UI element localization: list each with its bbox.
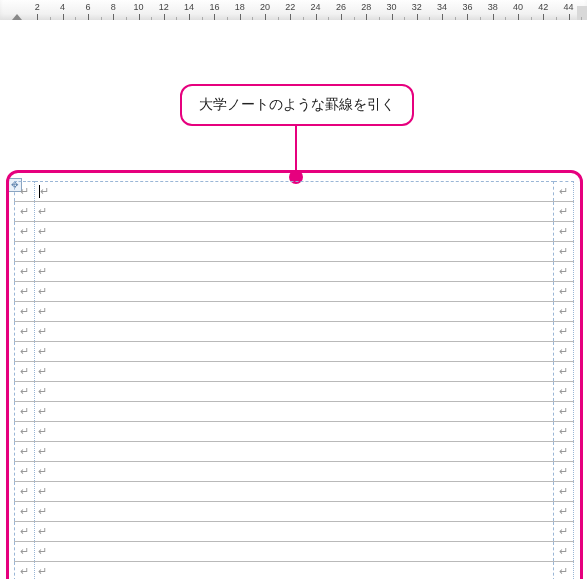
table-row[interactable]: ↵↵↵ xyxy=(15,222,574,242)
content-cell[interactable]: ↵ xyxy=(35,342,554,362)
margin-cell-left[interactable]: ↵ xyxy=(15,382,35,402)
margin-cell-left[interactable]: ↵ xyxy=(15,242,35,262)
ruler-number: 40 xyxy=(513,2,523,12)
table-row[interactable]: ↵↵↵ xyxy=(15,282,574,302)
paragraph-mark-icon: ↵ xyxy=(20,425,29,437)
margin-cell-right[interactable]: ↵ xyxy=(554,322,574,342)
margin-cell-right[interactable]: ↵ xyxy=(554,562,574,580)
table-row[interactable]: ↵↵↵ xyxy=(15,482,574,502)
margin-cell-right[interactable]: ↵ xyxy=(554,502,574,522)
margin-cell-left[interactable]: ↵ xyxy=(15,342,35,362)
paragraph-mark-icon: ↵ xyxy=(38,525,47,537)
margin-cell-right[interactable]: ↵ xyxy=(554,422,574,442)
content-cell[interactable]: ↵ xyxy=(35,222,554,242)
margin-cell-left[interactable]: ↵ xyxy=(15,522,35,542)
margin-cell-left[interactable]: ↵ xyxy=(15,482,35,502)
margin-cell-right[interactable]: ↵ xyxy=(554,242,574,262)
paragraph-mark-icon: ↵ xyxy=(20,445,29,457)
table-row[interactable]: ↵↵↵ xyxy=(15,362,574,382)
horizontal-ruler[interactable]: 2468101214161820222426283032343638404244 xyxy=(0,0,587,21)
content-cell[interactable]: ↵ xyxy=(35,442,554,462)
table-row[interactable]: ↵↵↵ xyxy=(15,382,574,402)
margin-cell-left[interactable]: ↵ xyxy=(15,322,35,342)
margin-cell-right[interactable]: ↵ xyxy=(554,462,574,482)
content-cell[interactable]: ↵ xyxy=(35,542,554,562)
margin-cell-right[interactable]: ↵ xyxy=(554,482,574,502)
paragraph-mark-icon: ↵ xyxy=(20,365,29,377)
margin-cell-right[interactable]: ↵ xyxy=(554,182,574,202)
content-cell[interactable]: ↵ xyxy=(35,282,554,302)
paragraph-mark-icon: ↵ xyxy=(38,385,47,397)
margin-cell-left[interactable]: ↵ xyxy=(15,462,35,482)
paragraph-mark-icon: ↵ xyxy=(38,405,47,417)
table-row[interactable]: ↵↵↵ xyxy=(15,262,574,282)
paragraph-mark-icon: ↵ xyxy=(559,205,568,217)
margin-cell-right[interactable]: ↵ xyxy=(554,382,574,402)
content-cell[interactable]: ↵ xyxy=(35,362,554,382)
table-row[interactable]: ↵↵↵ xyxy=(15,322,574,342)
content-cell[interactable]: ↵ xyxy=(35,182,554,202)
paragraph-mark-icon: ↵ xyxy=(20,485,29,497)
paragraph-mark-icon: ↵ xyxy=(20,205,29,217)
content-cell[interactable]: ↵ xyxy=(35,262,554,282)
paragraph-mark-icon: ↵ xyxy=(20,465,29,477)
table-row[interactable]: ↵↵↵ xyxy=(15,442,574,462)
margin-cell-left[interactable]: ↵ xyxy=(15,542,35,562)
margin-cell-left[interactable]: ↵ xyxy=(15,302,35,322)
paragraph-mark-icon: ↵ xyxy=(20,305,29,317)
margin-cell-right[interactable]: ↵ xyxy=(554,542,574,562)
margin-cell-right[interactable]: ↵ xyxy=(554,342,574,362)
table-row[interactable]: ↵↵↵ xyxy=(15,562,574,580)
margin-cell-left[interactable]: ↵ xyxy=(15,222,35,242)
margin-cell-right[interactable]: ↵ xyxy=(554,282,574,302)
margin-cell-right[interactable]: ↵ xyxy=(554,262,574,282)
content-cell[interactable]: ↵ xyxy=(35,562,554,580)
content-cell[interactable]: ↵ xyxy=(35,422,554,442)
margin-cell-left[interactable]: ↵ xyxy=(15,202,35,222)
margin-cell-left[interactable]: ↵ xyxy=(15,442,35,462)
ruler-number: 32 xyxy=(412,2,422,12)
margin-cell-left[interactable]: ↵ xyxy=(15,502,35,522)
table-row[interactable]: ↵↵↵ xyxy=(15,182,574,202)
content-cell[interactable]: ↵ xyxy=(35,382,554,402)
table-row[interactable]: ↵↵↵ xyxy=(15,242,574,262)
margin-cell-right[interactable]: ↵ xyxy=(554,442,574,462)
ruler-number: 16 xyxy=(209,2,219,12)
margin-cell-left[interactable]: ↵ xyxy=(15,262,35,282)
table-row[interactable]: ↵↵↵ xyxy=(15,462,574,482)
content-cell[interactable]: ↵ xyxy=(35,482,554,502)
content-cell[interactable]: ↵ xyxy=(35,302,554,322)
margin-cell-left[interactable]: ↵ xyxy=(15,282,35,302)
table-row[interactable]: ↵↵↵ xyxy=(15,402,574,422)
margin-cell-right[interactable]: ↵ xyxy=(554,522,574,542)
ruled-notebook-table[interactable]: ↵↵↵↵↵↵↵↵↵↵↵↵↵↵↵↵↵↵↵↵↵↵↵↵↵↵↵↵↵↵↵↵↵↵↵↵↵↵↵↵… xyxy=(14,181,574,579)
content-cell[interactable]: ↵ xyxy=(35,462,554,482)
margin-cell-left[interactable]: ↵ xyxy=(15,422,35,442)
content-cell[interactable]: ↵ xyxy=(35,322,554,342)
table-row[interactable]: ↵↵↵ xyxy=(15,502,574,522)
margin-cell-right[interactable]: ↵ xyxy=(554,302,574,322)
margin-cell-left[interactable]: ↵ xyxy=(15,182,35,202)
margin-cell-left[interactable]: ↵ xyxy=(15,562,35,580)
ruler-number: 38 xyxy=(488,2,498,12)
content-cell[interactable]: ↵ xyxy=(35,202,554,222)
paragraph-mark-icon: ↵ xyxy=(20,545,29,557)
margin-cell-right[interactable]: ↵ xyxy=(554,362,574,382)
margin-cell-left[interactable]: ↵ xyxy=(15,362,35,382)
content-cell[interactable]: ↵ xyxy=(35,522,554,542)
content-cell[interactable]: ↵ xyxy=(35,242,554,262)
margin-cell-right[interactable]: ↵ xyxy=(554,402,574,422)
margin-cell-left[interactable]: ↵ xyxy=(15,402,35,422)
content-cell[interactable]: ↵ xyxy=(35,402,554,422)
table-row[interactable]: ↵↵↵ xyxy=(15,202,574,222)
table-row[interactable]: ↵↵↵ xyxy=(15,302,574,322)
table-row[interactable]: ↵↵↵ xyxy=(15,522,574,542)
margin-cell-right[interactable]: ↵ xyxy=(554,202,574,222)
table-row[interactable]: ↵↵↵ xyxy=(15,542,574,562)
content-cell[interactable]: ↵ xyxy=(35,502,554,522)
table-row[interactable]: ↵↵↵ xyxy=(15,342,574,362)
paragraph-mark-icon: ↵ xyxy=(20,245,29,257)
ruler-number: 10 xyxy=(133,2,143,12)
margin-cell-right[interactable]: ↵ xyxy=(554,222,574,242)
table-row[interactable]: ↵↵↵ xyxy=(15,422,574,442)
